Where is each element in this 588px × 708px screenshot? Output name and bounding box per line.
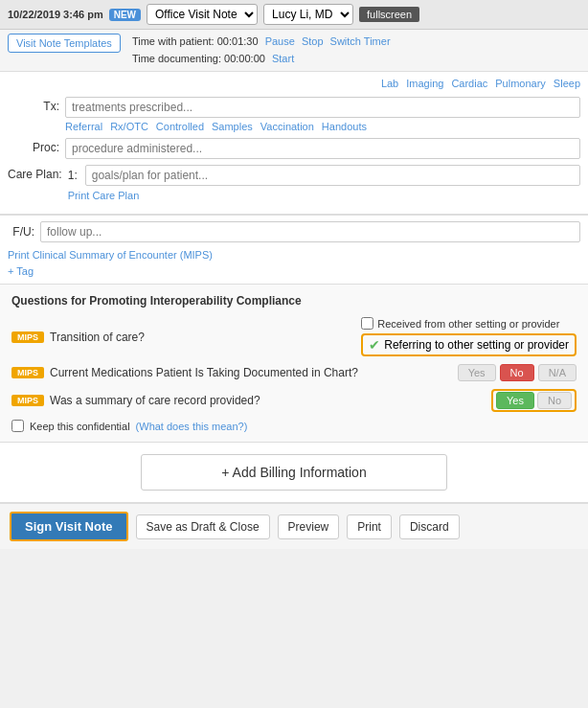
followup-input[interactable]	[40, 221, 580, 242]
followup-row: F/U:	[8, 221, 580, 242]
tag-link[interactable]: + Tag	[8, 265, 34, 277]
proc-row: Proc:	[8, 138, 580, 159]
proc-input-area	[65, 138, 580, 159]
print-clinical-summary-link[interactable]: Print Clinical Summary of Encounter (MIP…	[8, 248, 580, 262]
care-plan-numbered: 1:	[68, 165, 580, 186]
care-plan-input[interactable]	[85, 165, 580, 186]
labs-row: LabImagingCardiacPulmonarySleep	[8, 78, 580, 89]
tx-link-rx-otc[interactable]: Rx/OTC	[110, 121, 148, 132]
summary-no-button[interactable]: No	[537, 392, 572, 409]
checkbox-referring-label: Referring to other setting or provider	[384, 338, 569, 352]
lab-link-lab[interactable]: Lab	[381, 78, 398, 89]
main-content: LabImagingCardiacPulmonarySleep Tx: Refe…	[0, 72, 588, 215]
check-icon: ✔	[369, 337, 380, 353]
tx-link-samples[interactable]: Samples	[212, 121, 253, 132]
time-patient-label: Time with patient:	[132, 35, 215, 47]
mips-badge-1: MIPS	[11, 331, 44, 343]
tx-row: Tx: ReferralRx/OTCControlledSamplesVacci…	[8, 97, 580, 132]
mips-badge-2: MIPS	[11, 367, 44, 378]
lab-link-pulmonary[interactable]: Pulmonary	[495, 78, 546, 89]
proc-input[interactable]	[65, 138, 580, 159]
save-draft-button[interactable]: Save as Draft & Close	[136, 514, 270, 539]
timer-block: Time with patient: 00:01:30 Pause Stop S…	[132, 34, 391, 67]
time-documenting-value: 00:00:00	[224, 53, 265, 64]
time-patient-value: 00:01:30	[217, 35, 259, 47]
care-plan-label: Care Plan:	[8, 165, 68, 181]
preview-button[interactable]: Preview	[278, 514, 340, 539]
print-care-plan-anchor[interactable]: Print Care Plan	[68, 190, 140, 201]
discard-button[interactable]: Discard	[399, 514, 460, 539]
confidential-label: Keep this confidential	[30, 421, 130, 432]
status-badge: NEW	[109, 9, 141, 21]
checkbox-received-label: Received from other setting or provider	[377, 318, 559, 330]
lab-link-cardiac[interactable]: Cardiac	[451, 78, 487, 89]
lab-link-imaging[interactable]: Imaging	[406, 78, 443, 89]
time-documenting-label: Time documenting:	[132, 53, 221, 64]
lab-link-sleep[interactable]: Sleep	[554, 78, 580, 89]
subheader: Visit Note Templates Time with patient: …	[0, 30, 588, 72]
care-plan-area: 1: Print Care Plan	[68, 165, 580, 202]
header-date: 10/22/2019 3:46 pm	[8, 9, 103, 20]
mips-question-1: Transition of care?	[50, 331, 355, 344]
referring-highlight-box: ✔ Referring to other setting or provider	[361, 333, 577, 356]
tx-input-area: ReferralRx/OTCControlledSamplesVaccinati…	[65, 97, 580, 132]
fullscreen-button[interactable]: fullscreen	[359, 7, 419, 22]
tx-links: ReferralRx/OTCControlledSamplesVaccinati…	[65, 121, 580, 132]
print-clinical-anchor[interactable]: Print Clinical Summary of Encounter (MIP…	[8, 249, 213, 261]
confidential-checkbox[interactable]	[11, 420, 24, 432]
confidential-link[interactable]: (What does this mean?)	[136, 421, 248, 432]
billing-section: + Add Billing Information	[0, 443, 588, 503]
mips-row-medications: MIPS Current Medications Patient Is Taki…	[11, 364, 577, 381]
visit-note-templates-button[interactable]: Visit Note Templates	[8, 34, 121, 53]
summary-yes-button[interactable]: Yes	[496, 392, 534, 409]
summary-highlight-box: Yes No	[491, 389, 577, 412]
tx-label: Tx:	[8, 97, 65, 113]
mips-section: Questions for Promoting Interoperability…	[0, 285, 588, 443]
add-billing-button[interactable]: + Add Billing Information	[141, 454, 447, 491]
header-bar: 10/22/2019 3:46 pm NEW Office Visit Note…	[0, 0, 588, 30]
mips-options-medications: Yes No N/A	[458, 364, 577, 381]
action-bar: Sign Visit Note Save as Draft & Close Pr…	[0, 503, 588, 549]
mips-section-title: Questions for Promoting Interoperability…	[11, 294, 577, 308]
print-care-plan-link[interactable]: Print Care Plan	[68, 189, 580, 202]
proc-label: Proc:	[8, 138, 65, 154]
switch-timer-link[interactable]: Switch Timer	[330, 35, 391, 47]
care-plan-row: Care Plan: 1: Print Care Plan	[8, 165, 580, 202]
tx-input[interactable]	[65, 97, 580, 118]
sign-visit-note-button[interactable]: Sign Visit Note	[10, 512, 128, 541]
mips-question-2: Current Medications Patient Is Taking Do…	[50, 366, 452, 379]
tx-link-controlled[interactable]: Controlled	[156, 121, 204, 132]
pause-link[interactable]: Pause	[265, 35, 295, 47]
medications-no-button[interactable]: No	[500, 364, 534, 381]
tx-link-handouts[interactable]: Handouts	[322, 121, 367, 132]
confidential-row: Keep this confidential (What does this m…	[11, 420, 577, 432]
care-plan-number: 1:	[68, 169, 81, 182]
checkbox-received: Received from other setting or provider	[361, 317, 559, 330]
followup-label: F/U:	[8, 225, 34, 239]
medications-na-button[interactable]: N/A	[538, 364, 577, 381]
note-type-select[interactable]: Office Visit Note	[147, 4, 258, 25]
start-link[interactable]: Start	[272, 53, 294, 64]
followup-section: F/U: Print Clinical Summary of Encounter…	[0, 215, 588, 285]
print-button[interactable]: Print	[347, 514, 392, 539]
tx-link-referral[interactable]: Referral	[65, 121, 102, 132]
provider-select[interactable]: Lucy Li, MD	[263, 4, 353, 25]
checkbox-received-input[interactable]	[361, 317, 373, 330]
medications-yes-button[interactable]: Yes	[458, 364, 496, 381]
mips-row-transition: MIPS Transition of care? Received from o…	[11, 317, 577, 356]
tx-link-vaccination[interactable]: Vaccination	[260, 121, 314, 132]
mips-row-summary: MIPS Was a summary of care record provid…	[11, 389, 577, 412]
stop-link[interactable]: Stop	[302, 35, 324, 47]
mips-question-3: Was a summary of care record provided?	[50, 394, 486, 407]
transition-care-options: Received from other setting or provider …	[361, 317, 577, 356]
mips-badge-3: MIPS	[11, 395, 44, 406]
